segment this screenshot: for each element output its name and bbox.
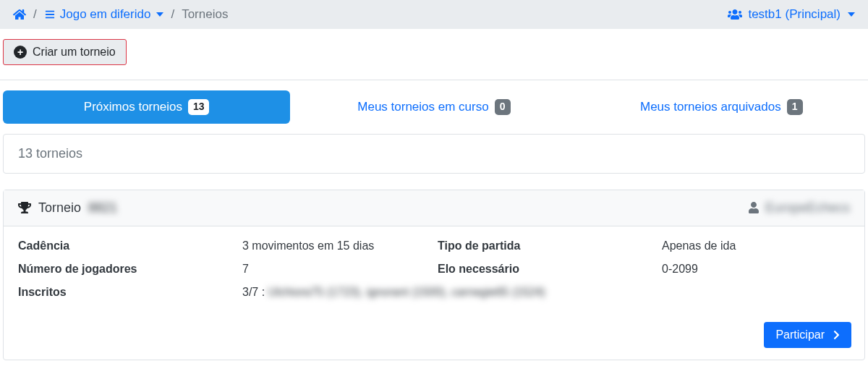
- tab-badge: 13: [188, 99, 210, 115]
- enrolled-label: Inscritos: [18, 286, 242, 299]
- breadcrumb-current: Torneios: [182, 7, 228, 22]
- tabs: Próximos torneios 13 Meus torneios em cu…: [0, 80, 868, 134]
- tab-label: Meus torneios arquivados: [640, 100, 781, 114]
- tournament-card: Torneio 8821 EuropeEchecs Cadência 3 mov…: [3, 190, 865, 360]
- menu-icon: [44, 9, 56, 20]
- tournament-card-body: Cadência 3 movimentos em 15 dias Tipo de…: [4, 226, 864, 306]
- cadence-label: Cadência: [18, 239, 242, 252]
- home-icon: [13, 9, 26, 20]
- elo-value: 0-2099: [662, 263, 850, 276]
- tab-badge: 0: [495, 99, 511, 115]
- breadcrumb-dropdown-label: Jogo em diferido: [60, 7, 151, 22]
- elo-label: Elo necessário: [438, 263, 662, 276]
- chevron-right-icon: [833, 330, 840, 340]
- home-link[interactable]: [13, 9, 26, 20]
- user-switcher[interactable]: testb1 (Principal): [728, 7, 855, 22]
- caret-down-icon: [156, 12, 163, 17]
- tournament-owner-name: EuropeEchecs: [765, 200, 850, 216]
- result-count: 13 torneios: [3, 134, 865, 174]
- breadcrumb-bar: / Jogo em diferido / Torneios testb1 (Pr…: [0, 0, 868, 29]
- game-mode-dropdown[interactable]: Jogo em diferido: [44, 7, 164, 22]
- breadcrumb: / Jogo em diferido / Torneios: [13, 7, 228, 22]
- tab-upcoming[interactable]: Próximos torneios 13: [3, 90, 290, 124]
- tournament-info: Cadência 3 movimentos em 15 dias Tipo de…: [18, 239, 850, 276]
- tournament-owner: EuropeEchecs: [748, 200, 850, 216]
- gametype-label: Tipo de partida: [438, 239, 662, 252]
- caret-down-icon: [848, 12, 855, 17]
- tournament-card-footer: Participar: [4, 306, 864, 360]
- players-label: Número de jogadores: [18, 263, 242, 276]
- tournament-card-header: Torneio 8821 EuropeEchecs: [4, 190, 864, 226]
- tab-in-progress[interactable]: Meus torneios em curso 0: [290, 90, 577, 124]
- enrolled-row: Inscritos 3/7 : Ulchiora75 (1723), ignor…: [18, 286, 850, 299]
- tournament-title: Torneio 8821: [18, 200, 117, 216]
- create-tournament-label: Criar um torneio: [33, 46, 116, 59]
- join-label: Participar: [775, 328, 825, 341]
- enrolled-list: Ulchiora75 (1723), ignorant (1500), carn…: [268, 286, 545, 298]
- cadence-value: 3 movimentos em 15 dias: [242, 239, 438, 252]
- users-icon: [728, 9, 742, 20]
- tab-label: Próximos torneios: [84, 100, 182, 114]
- players-value: 7: [242, 263, 438, 276]
- tab-archived[interactable]: Meus torneios arquivados 1: [578, 90, 865, 124]
- tournament-title-prefix: Torneio: [38, 200, 81, 216]
- toolbar: + Criar um torneio: [0, 29, 868, 71]
- tab-badge: 1: [787, 99, 803, 115]
- user-icon: [748, 202, 760, 213]
- enrolled-value: 3/7 : Ulchiora75 (1723), ignorant (1500)…: [242, 286, 850, 299]
- join-button[interactable]: Participar: [764, 322, 851, 348]
- user-label: testb1 (Principal): [748, 7, 841, 22]
- enrolled-prefix: 3/7 :: [242, 286, 268, 298]
- breadcrumb-separator: /: [33, 7, 37, 22]
- gametype-value: Apenas de ida: [662, 239, 850, 252]
- tournament-id: 8821: [88, 200, 117, 216]
- plus-circle-icon: +: [14, 46, 27, 59]
- create-tournament-button[interactable]: + Criar um torneio: [3, 39, 127, 65]
- trophy-icon: [18, 201, 31, 214]
- tab-label: Meus torneios em curso: [357, 100, 488, 114]
- breadcrumb-separator: /: [171, 7, 174, 22]
